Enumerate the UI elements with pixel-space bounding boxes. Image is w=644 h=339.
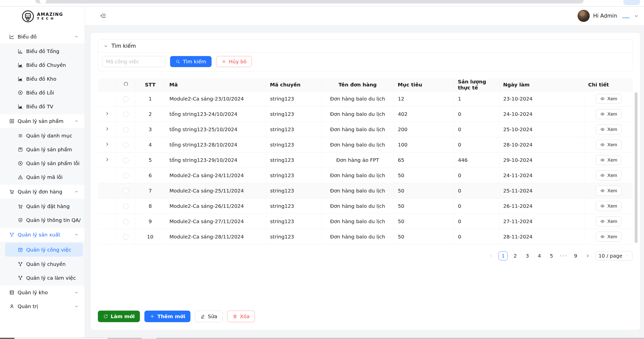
chevron-down-icon	[74, 290, 78, 295]
browser-favicon-circle	[40, 0, 46, 4]
view-button[interactable]: Xem	[596, 216, 621, 226]
sidebar-item-bieu-do-kho[interactable]: Biểu đồ Kho	[0, 72, 85, 86]
row-radio[interactable]	[123, 158, 129, 163]
view-button[interactable]: Xem	[596, 170, 621, 180]
pagination-prev[interactable]	[487, 251, 496, 260]
eye-icon	[600, 173, 605, 178]
view-button[interactable]: Xem	[596, 155, 621, 165]
chevron-down-icon[interactable]	[634, 14, 638, 18]
sidebar-item-quan-ly-san-xuat-group[interactable]: Quản lý sản xuất	[0, 228, 85, 241]
sidebar-group-quan-ly-san-xuat: Quản lý sản xuất Quản lý công việc Quản …	[0, 228, 85, 285]
sidebar-item-bieu-do[interactable]: Biểu đồ	[0, 30, 85, 43]
row-radio[interactable]	[123, 96, 129, 102]
pagination-page-4[interactable]: 4	[535, 251, 544, 260]
chart-area-icon	[18, 62, 23, 68]
sidebar-item-quan-ly-ma-loi[interactable]: Quản lý mã lỗi	[0, 170, 85, 184]
pagination-next[interactable]	[583, 251, 592, 260]
sidebar: AMAZING TECH Biểu đồ Biểu đồ Tổng	[0, 7, 85, 338]
view-button[interactable]: Xem	[596, 201, 621, 211]
refresh-button[interactable]: Làm mới	[98, 311, 140, 322]
row-radio[interactable]	[123, 204, 129, 209]
search-panel-header[interactable]: Tìm kiếm	[98, 40, 633, 53]
expand-row-icon[interactable]	[102, 157, 112, 162]
sidebar-item-quan-ly-danh-muc[interactable]: Quản lý danh mục	[0, 129, 85, 142]
pagination-page-5[interactable]: 5	[547, 251, 556, 260]
sidebar-collapse-button[interactable]	[99, 12, 107, 20]
expand-row-icon[interactable]	[102, 142, 112, 147]
chevron-down-icon	[104, 44, 108, 48]
sidebar-item-bieu-do-tv[interactable]: Biểu đồ TV	[0, 100, 85, 113]
table-row: 8 Module2-Ca sáng-26/11/2024 string123 Đ…	[98, 198, 633, 214]
bottom-window-strip	[0, 338, 644, 339]
pagination-page-1[interactable]: 1	[499, 251, 508, 260]
sidebar-item-quan-ly-kho[interactable]: Quản lý kho	[0, 285, 85, 299]
pagination-ellipsis[interactable]: •••	[559, 251, 568, 260]
main-content: Tìm kiếm Tìm kiếm Hủy bỏ	[85, 25, 644, 338]
sidebar-item-quan-ly-san-pham-loi[interactable]: Quản lý sản phẩm lỗi	[0, 156, 85, 170]
view-button[interactable]: Xem	[596, 124, 621, 134]
eye-icon	[600, 142, 605, 147]
row-radio[interactable]	[123, 112, 129, 117]
view-button[interactable]: Xem	[596, 186, 621, 196]
branch-icon	[9, 232, 15, 237]
selection-clear-icon[interactable]	[123, 81, 129, 87]
sidebar-item-quan-ly-san-pham-group[interactable]: Quản lý sản phẩm	[0, 114, 85, 128]
delete-button[interactable]: Xóa	[227, 311, 255, 322]
sidebar-item-quan-ly-cong-viec[interactable]: Quản lý công việc	[5, 243, 83, 257]
row-radio[interactable]	[123, 234, 129, 240]
row-radio[interactable]	[123, 142, 129, 148]
sidebar-item-quan-ly-san-pham[interactable]: Quản lý sản phẩm	[0, 142, 85, 156]
pagination-page-2[interactable]: 2	[511, 251, 520, 260]
app-logo[interactable]: AMAZING TECH	[0, 7, 85, 26]
chart-area-icon	[18, 76, 23, 82]
close-icon	[221, 59, 226, 64]
sidebar-item-bieu-do-loi[interactable]: Biểu đồ Lỗi	[0, 86, 85, 100]
view-button[interactable]: Xem	[596, 109, 621, 119]
logo-text-line2: TECH	[37, 17, 63, 20]
sidebar-item-quan-ly-chuyen[interactable]: Quản lý chuyền	[0, 257, 85, 271]
sidebar-item-bieu-do-chuyen[interactable]: Biểu đồ Chuyền	[0, 58, 85, 72]
row-radio[interactable]	[123, 127, 129, 132]
search-button[interactable]: Tìm kiếm	[170, 56, 212, 67]
add-new-button[interactable]: Thêm mới	[144, 311, 190, 322]
avatar[interactable]	[578, 10, 590, 22]
sidebar-item-quan-ly-thong-tin-qaqc[interactable]: Quản lý thông tin QA/QC	[0, 213, 85, 227]
footer-actions: Làm mới Thêm mới Sửa Xóa	[98, 311, 633, 322]
browser-address-bar[interactable]	[35, 0, 584, 4]
branch-icon	[18, 261, 23, 267]
view-button[interactable]: Xem	[596, 140, 621, 150]
row-radio[interactable]	[123, 219, 129, 224]
view-button[interactable]: Xem	[596, 94, 621, 104]
eye-icon	[600, 127, 605, 132]
sliders-icon	[9, 118, 15, 124]
sidebar-item-quan-ly-dat-hang[interactable]: Quản lý đặt hàng	[0, 199, 85, 213]
table-row: 6 Module2-Ca sáng-24/11/2024 string123 Đ…	[98, 168, 633, 183]
pagination-page-3[interactable]: 3	[523, 251, 532, 260]
table-row: 3 tổng string123-25/10/2024 string123 Đơ…	[98, 122, 633, 137]
search-input[interactable]	[102, 56, 166, 67]
cancel-button[interactable]: Hủy bỏ	[216, 56, 252, 67]
chevron-up-icon	[74, 190, 78, 194]
edit-button[interactable]: Sửa	[195, 311, 223, 322]
table-scrollbar-thumb[interactable]	[635, 92, 637, 243]
expand-row-icon[interactable]	[102, 111, 112, 116]
sidebar-item-bieu-do-tong[interactable]: Biểu đồ Tổng	[0, 44, 85, 58]
chevron-up-icon	[74, 35, 78, 39]
view-button[interactable]: Xem	[596, 232, 621, 242]
expand-row-icon[interactable]	[102, 127, 112, 131]
sidebar-item-quan-tri[interactable]: Quản trị	[0, 299, 85, 313]
table-row: 9 Module2-Ca sáng-27/11/2024 string123 Đ…	[98, 214, 633, 229]
sidebar-group-quan-tri: Quản trị	[0, 299, 85, 313]
topbar: Hi Admin	[85, 7, 644, 25]
sidebar-menu: Biểu đồ Biểu đồ Tổng Biểu đồ Chuyền Biểu	[0, 26, 85, 338]
page-size-select[interactable]: 10 / page	[595, 251, 632, 261]
pagination-page-9[interactable]: 9	[571, 251, 580, 260]
sidebar-item-quan-ly-don-hang-group[interactable]: Quản lý đơn hàng	[0, 185, 85, 199]
browser-profile-button[interactable]	[623, 0, 640, 5]
sidebar-item-quan-ly-ca-lam-viec[interactable]: Quản lý ca làm việc	[0, 271, 85, 285]
eye-icon	[600, 188, 605, 193]
row-radio[interactable]	[123, 173, 129, 178]
row-radio[interactable]	[123, 188, 129, 194]
user-menu[interactable]: Hi Admin	[578, 10, 638, 22]
chart-bar-icon	[18, 49, 23, 54]
